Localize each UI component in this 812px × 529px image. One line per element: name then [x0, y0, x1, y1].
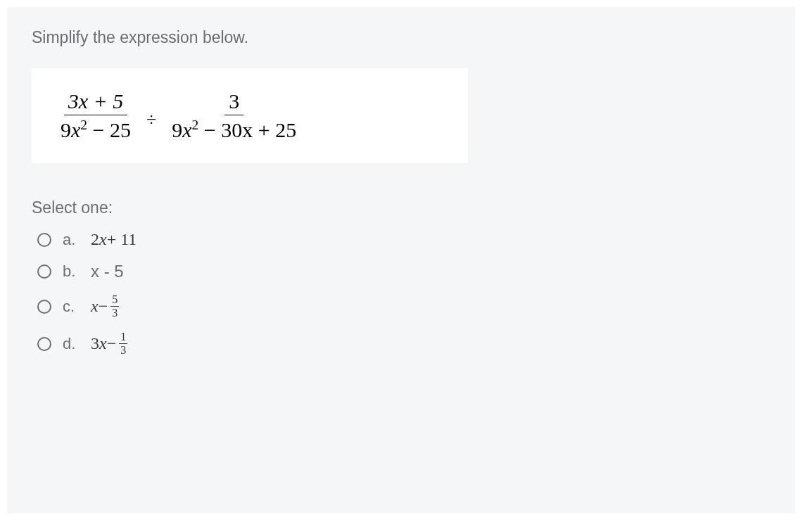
option-b[interactable]: b. x - 5 — [37, 262, 770, 281]
fraction-left-numerator: 3x + 5 — [64, 89, 128, 115]
options-list: a. 2x + 11 b. x - 5 c. x − 5 3 d. 3x − — [32, 230, 770, 356]
math-expression: 3x + 5 9x2 − 25 ÷ 3 9x2 − 30x + 25 — [56, 89, 443, 142]
option-c[interactable]: c. x − 5 3 — [37, 294, 770, 319]
option-a[interactable]: a. 2x + 11 — [37, 230, 770, 249]
option-d-fraction: 1 3 — [119, 331, 127, 356]
option-c-letter: c. — [63, 298, 80, 316]
option-d-radio[interactable] — [37, 337, 51, 351]
fraction-right: 3 9x2 − 30x + 25 — [167, 89, 300, 142]
option-a-letter: a. — [63, 231, 80, 249]
option-b-radio[interactable] — [37, 264, 51, 279]
option-a-radio[interactable] — [37, 233, 51, 247]
question-card: Simplify the expression below. 3x + 5 9x… — [7, 7, 795, 514]
option-b-content: x - 5 — [91, 262, 124, 281]
option-d[interactable]: d. 3x − 1 3 — [37, 331, 770, 356]
option-c-radio[interactable] — [37, 300, 51, 314]
option-c-fraction: 5 3 — [110, 294, 119, 319]
fraction-left: 3x + 5 9x2 − 25 — [56, 89, 135, 142]
expression-box: 3x + 5 9x2 − 25 ÷ 3 9x2 − 30x + 25 — [32, 68, 468, 163]
fraction-left-denominator: 9x2 − 25 — [56, 115, 135, 142]
option-c-content: x − 5 3 — [91, 294, 119, 319]
fraction-right-denominator: 9x2 − 30x + 25 — [167, 115, 300, 142]
division-operator: ÷ — [144, 110, 159, 131]
fraction-right-numerator: 3 — [224, 89, 243, 115]
option-d-content: 3x − 1 3 — [91, 331, 127, 356]
question-prompt: Simplify the expression below. — [32, 28, 770, 47]
select-one-label: Select one: — [32, 198, 770, 217]
option-b-letter: b. — [63, 262, 80, 281]
option-a-content: 2x + 11 — [91, 230, 137, 249]
option-d-letter: d. — [63, 335, 80, 353]
